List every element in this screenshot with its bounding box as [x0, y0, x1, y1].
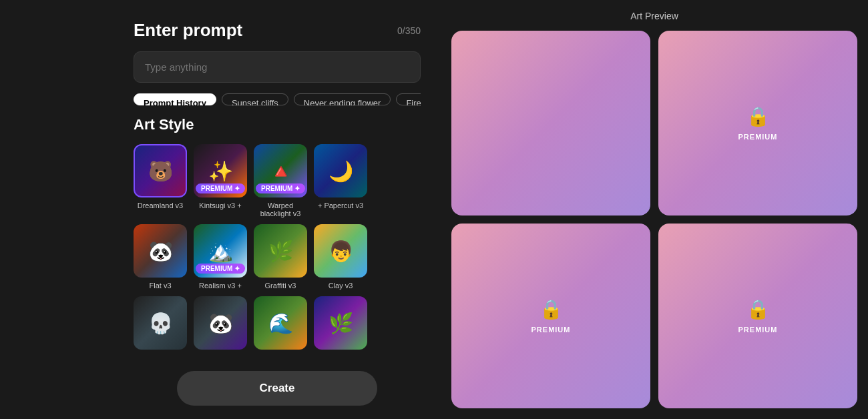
- preview-grid: 🔒 PREMIUM 🔒 PREMIUM 🔒 PREMIUM: [451, 31, 857, 408]
- art-item-dreamland[interactable]: 🐻 Dreamland v3: [134, 144, 187, 218]
- flat-icon: 🐼: [134, 224, 187, 278]
- art-style-grid: 🐻 Dreamland v3 ✨ PREMIUM ✦ Kintsugi v3 +…: [134, 144, 421, 354]
- lock-icon-4: 🔒: [746, 298, 770, 320]
- art-label-dreamland: Dreamland v3: [138, 201, 183, 210]
- row3d-icon: 🌿: [314, 296, 367, 350]
- art-thumb-row3b: 🐼: [194, 296, 247, 350]
- art-item-graffiti[interactable]: 🌿 Graffiti v3: [254, 224, 307, 290]
- art-thumb-flat: 🐼: [134, 224, 187, 278]
- art-label-warped: Warped blacklight v3: [254, 201, 307, 218]
- preview-card-3: 🔒 PREMIUM: [451, 224, 650, 408]
- art-item-row3b[interactable]: 🐼: [194, 296, 247, 354]
- art-item-clay[interactable]: 👦 Clay v3: [314, 224, 367, 290]
- row3a-icon: 💀: [134, 296, 187, 350]
- tag-sunset-cliffs[interactable]: Sunset cliffs: [222, 93, 288, 105]
- art-thumb-kintsugi: ✨ PREMIUM ✦: [194, 144, 247, 197]
- prompt-input[interactable]: [134, 51, 421, 83]
- preview-card-2: 🔒 PREMIUM: [658, 31, 857, 216]
- preview-card-4: 🔒 PREMIUM: [658, 224, 857, 408]
- premium-label-3: PREMIUM: [531, 326, 571, 334]
- art-item-flat[interactable]: 🐼 Flat v3: [134, 224, 187, 290]
- art-item-row3c[interactable]: 🌊: [254, 296, 307, 354]
- lock-icon-2: 🔒: [746, 105, 770, 127]
- art-thumb-warped: 🔺 PREMIUM ✦: [254, 144, 307, 197]
- art-label-papercut: + Papercut v3: [318, 201, 363, 210]
- premium-label-4: PREMIUM: [738, 326, 778, 334]
- lock-icon-3: 🔒: [539, 298, 563, 320]
- art-item-realism[interactable]: 🏔️ PREMIUM ✦ Realism v3 +: [194, 224, 247, 290]
- art-item-warped[interactable]: 🔺 PREMIUM ✦ Warped blacklight v3: [254, 144, 307, 218]
- prompt-header: Enter prompt 0/350: [134, 20, 421, 41]
- art-thumb-papercut: 🌙: [314, 144, 367, 197]
- right-panel: Art Preview 🔒 PREMIUM 🔒 PREMIUM 🔒 PREMIU…: [441, 0, 868, 419]
- kintsugi-premium-badge: PREMIUM ✦: [196, 183, 245, 193]
- create-button[interactable]: Create: [177, 371, 377, 406]
- art-preview-label: Art Preview: [451, 11, 857, 21]
- row3c-icon: 🌊: [254, 296, 307, 350]
- art-label-graffiti: Graffiti v3: [265, 282, 296, 290]
- prompt-title: Enter prompt: [134, 20, 242, 41]
- warped-premium-badge: PREMIUM ✦: [256, 183, 305, 193]
- dreamland-icon: 🐻: [135, 145, 186, 196]
- art-thumb-row3c: 🌊: [254, 296, 307, 350]
- art-label-kintsugi: Kintsugi v3 +: [199, 201, 241, 210]
- prompt-tags: Prompt History Sunset cliffs Never endin…: [134, 93, 421, 105]
- premium-label-2: PREMIUM: [738, 133, 778, 141]
- tag-never-ending-flower[interactable]: Never ending flower: [294, 93, 391, 105]
- art-label-clay: Clay v3: [329, 282, 353, 290]
- graffiti-icon: 🌿: [254, 224, 307, 278]
- clay-icon: 👦: [314, 224, 367, 278]
- art-style-title: Art Style: [134, 116, 421, 133]
- art-thumb-graffiti: 🌿: [254, 224, 307, 278]
- art-thumb-row3d: 🌿: [314, 296, 367, 350]
- art-thumb-dreamland: 🐻: [134, 144, 187, 197]
- tag-fire[interactable]: Fire and w: [396, 93, 421, 105]
- row3b-icon: 🐼: [194, 296, 247, 350]
- art-item-row3d[interactable]: 🌿: [314, 296, 367, 354]
- art-item-kintsugi[interactable]: ✨ PREMIUM ✦ Kintsugi v3 +: [194, 144, 247, 218]
- realism-premium-badge: PREMIUM ✦: [196, 264, 245, 274]
- art-thumb-row3a: 💀: [134, 296, 187, 350]
- art-thumb-clay: 👦: [314, 224, 367, 278]
- art-item-papercut[interactable]: 🌙 + Papercut v3: [314, 144, 367, 218]
- char-count: 0/350: [397, 25, 421, 36]
- art-label-flat: Flat v3: [149, 282, 171, 290]
- art-label-realism: Realism v3 +: [199, 282, 242, 290]
- art-item-row3a[interactable]: 💀: [134, 296, 187, 354]
- preview-card-1: [451, 31, 650, 216]
- left-panel: Enter prompt 0/350 Prompt History Sunset…: [0, 0, 441, 419]
- tag-prompt-history[interactable]: Prompt History: [134, 93, 216, 105]
- art-thumb-realism: 🏔️ PREMIUM ✦: [194, 224, 247, 278]
- papercut-icon: 🌙: [314, 144, 367, 197]
